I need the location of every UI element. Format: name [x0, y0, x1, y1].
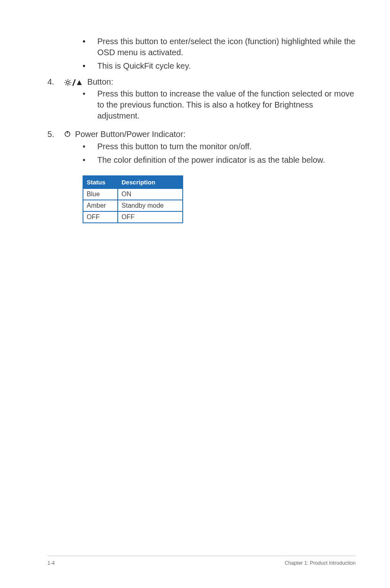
svg-point-0: [67, 81, 69, 84]
bullet-item: • This is QuickFit cycle key.: [83, 61, 356, 72]
bullet-text: Press this button to enter/select the ic…: [97, 36, 356, 58]
table-row: OFF OFF: [83, 211, 183, 223]
cell-status: Amber: [83, 200, 118, 211]
table-header-row: Status Description: [83, 176, 183, 189]
table-row: Blue ON: [83, 189, 183, 200]
triangle-up-icon: [76, 79, 83, 86]
bullet-item: • Press this button to increase the valu…: [83, 88, 356, 121]
list-item-4: 4.: [47, 77, 356, 124]
brightness-up-icon: [64, 79, 83, 87]
top-bullet-group: • Press this button to enter/select the …: [83, 36, 356, 72]
page-footer: 1-4 Chapter 1: Product Introduction: [47, 556, 356, 566]
bullet-text: The color definition of the power indica…: [97, 155, 325, 166]
bullet-text: Press this button to increase the value …: [97, 88, 356, 121]
sub-bullet-group: • Press this button to turn the monitor …: [83, 141, 325, 166]
bullet-item: • The color definition of the power indi…: [83, 155, 325, 166]
power-icon: [64, 130, 71, 139]
item-body: Power Button/Power Indicator: • Press th…: [64, 130, 325, 168]
status-table: Status Description Blue ON Amber Standby…: [83, 175, 183, 223]
slash-icon: [72, 79, 76, 87]
cell-desc: ON: [118, 189, 183, 200]
item-body: Button: • Press this button to increase …: [64, 77, 356, 124]
cell-desc: OFF: [118, 211, 183, 223]
list-item-5: 5. Power Button/Power Indicator: • Press…: [47, 130, 356, 168]
svg-line-8: [69, 80, 70, 81]
svg-line-9: [73, 79, 75, 86]
bullet-marker: •: [83, 61, 97, 71]
item-number: 5.: [47, 130, 64, 139]
bullet-item: • Press this button to enter/select the …: [83, 36, 356, 58]
power-indicator-table: Status Description Blue ON Amber Standby…: [83, 175, 356, 223]
svg-marker-10: [77, 80, 82, 85]
page-number: 1-4: [47, 560, 55, 566]
cell-status: OFF: [83, 211, 118, 223]
page-content: • Press this button to enter/select the …: [0, 0, 390, 223]
item-number: 4.: [47, 77, 64, 87]
bullet-text: Press this button to turn the monitor on…: [97, 141, 252, 152]
bullet-marker: •: [83, 36, 97, 47]
bullet-marker: •: [83, 88, 97, 99]
table-row: Amber Standby mode: [83, 200, 183, 211]
sub-bullet-group: • Press this button to increase the valu…: [83, 88, 356, 121]
bullet-item: • Press this button to turn the monitor …: [83, 141, 325, 152]
item-label: Power Button/Power Indicator:: [73, 130, 186, 139]
bullet-marker: •: [83, 141, 97, 152]
cell-status: Blue: [83, 189, 118, 200]
chapter-label: Chapter 1: Product Introduction: [285, 560, 356, 566]
header-description: Description: [118, 176, 183, 189]
header-status: Status: [83, 176, 118, 189]
svg-line-5: [65, 80, 66, 81]
svg-line-6: [69, 84, 70, 85]
item-label: Button:: [87, 77, 113, 86]
bullet-text: This is QuickFit cycle key.: [97, 61, 191, 72]
svg-line-7: [65, 84, 66, 85]
bullet-marker: •: [83, 155, 97, 165]
cell-desc: Standby mode: [118, 200, 183, 211]
